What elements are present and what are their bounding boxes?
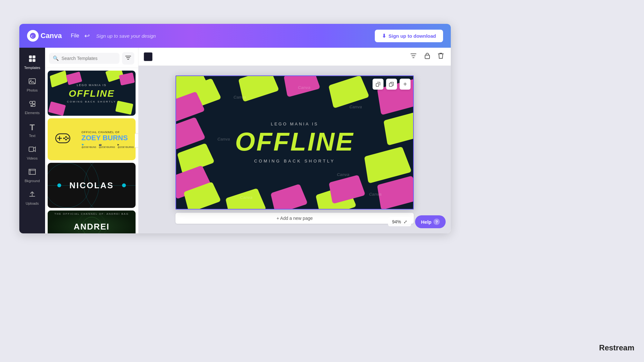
tpl2-name: ZOEY BURNS: [81, 134, 134, 142]
sidebar-item-photos[interactable]: Photos: [21, 74, 43, 95]
logo[interactable]: C Canva: [27, 30, 62, 42]
sidebar-item-templates[interactable]: Templates: [21, 52, 43, 73]
svg-point-15: [65, 136, 67, 138]
sidebar-elements-label: Elements: [25, 111, 40, 115]
sidebar-text-label: Text: [29, 134, 35, 138]
tpl4-name: ANDREI: [74, 222, 110, 232]
file-menu[interactable]: File: [71, 33, 79, 39]
tpl2-text-block: OFFICIAL CHANNEL OF ZOEY BURNS 🐦 @ZOEYBU…: [81, 131, 134, 148]
templates-icon: [28, 55, 36, 64]
sidebar-photos-label: Photos: [27, 88, 38, 92]
logo-text: Canva: [41, 32, 62, 40]
svg-rect-20: [376, 83, 379, 86]
add-button[interactable]: +: [400, 79, 411, 90]
sidebar-item-text[interactable]: T Text: [21, 119, 43, 141]
svg-rect-5: [33, 59, 35, 62]
header: C Canva File ↩ Sign up to save your desi…: [19, 24, 451, 48]
canvas-wrapper: +: [175, 75, 414, 210]
filter-toolbar-button[interactable]: [408, 51, 419, 63]
tpl1-title: OFFLINE: [67, 88, 116, 99]
canvas-toolbar-right: [408, 51, 446, 63]
canvas-lego-mania-text: LEGO MANIA IS: [235, 122, 354, 126]
svg-rect-3: [33, 55, 35, 58]
svg-rect-11: [29, 147, 33, 152]
tpl3-name: NICOLAS: [70, 181, 114, 191]
zoom-value: 94%: [392, 219, 401, 224]
svg-point-18: [65, 139, 67, 141]
sidebar-item-elements[interactable]: Elements: [21, 97, 43, 118]
tpl3-dot-right: [122, 183, 126, 187]
photos-icon: [28, 77, 36, 87]
canvas-viewport[interactable]: +: [138, 66, 451, 233]
svg-rect-9: [33, 101, 35, 104]
add-page-label: + Add a new page: [277, 216, 313, 221]
main-content: Templates Photos: [19, 48, 451, 233]
svg-point-8: [30, 101, 32, 104]
tpl1-small-text: LEGO MANIA IS: [67, 83, 116, 87]
tpl1-content: LEGO MANIA IS OFFLINE COMING BACK SHORTL…: [67, 83, 116, 103]
sidebar-item-background[interactable]: Bkground: [21, 165, 43, 186]
tpl2-socials: 🐦 @ZOEYBUNS 📸 @ZOEYBURNS ▶ @ZOEYBURNS: [81, 143, 134, 148]
tpl1-sub-text: COMING BACK SHORTLY: [67, 100, 116, 103]
svg-point-16: [67, 138, 69, 139]
canvas-area: +: [138, 48, 451, 233]
undo-button[interactable]: ↩: [84, 32, 90, 40]
sidebar-background-label: Bkground: [24, 179, 40, 183]
template-card-andrei[interactable]: THE OFFICIAL CHANNEL OF: ANDREI BAG ANDR…: [48, 210, 136, 233]
sidebar-uploads-label: Uploads: [26, 201, 39, 205]
search-input-wrap[interactable]: 🔍: [49, 53, 119, 64]
design-canvas[interactable]: Canva Canva Canva Canva Canva Canva Canv…: [175, 75, 414, 210]
bottom-bar: 94% ⤢ Help ?: [388, 215, 446, 228]
canvas-offline-text: OFFLINE: [235, 129, 354, 155]
download-icon: ⬇: [382, 33, 386, 39]
elements-icon: [28, 100, 36, 110]
help-label: Help: [421, 219, 431, 225]
add-page-strip[interactable]: + Add a new page: [175, 213, 414, 224]
color-swatch[interactable]: [144, 52, 153, 61]
header-right: ⬇ Sign up to download: [375, 30, 443, 42]
templates-search-bar: 🔍: [45, 48, 138, 68]
tpl2-official: OFFICIAL CHANNEL OF: [81, 131, 134, 134]
text-icon: T: [30, 122, 35, 132]
sidebar-item-uploads[interactable]: Uploads: [21, 187, 43, 209]
header-subtitle: Sign up to save your design: [96, 33, 156, 39]
template-card-zoey-burns[interactable]: OFFICIAL CHANNEL OF ZOEY BURNS 🐦 @ZOEYBU…: [48, 118, 136, 160]
canvas-toolbar: [138, 48, 451, 66]
svg-point-17: [63, 138, 65, 139]
restream-watermark: Restream: [599, 343, 634, 352]
uploads-icon: [28, 191, 36, 200]
copy-style-button[interactable]: [373, 79, 384, 90]
sign-up-label: Sign up to download: [389, 33, 436, 39]
videos-icon: [28, 145, 36, 155]
duplicate-button[interactable]: [386, 79, 397, 90]
templates-list: LEGO MANIA IS OFFLINE COMING BACK SHORTL…: [45, 68, 138, 233]
app-container: C Canva File ↩ Sign up to save your desi…: [19, 24, 451, 233]
search-input[interactable]: [62, 56, 116, 61]
lock-toolbar-button[interactable]: [422, 51, 432, 63]
svg-text:C: C: [31, 34, 34, 38]
sidebar-videos-label: Videos: [27, 156, 37, 160]
sign-up-button[interactable]: ⬇ Sign up to download: [375, 30, 443, 42]
svg-rect-19: [425, 55, 430, 59]
search-icon: 🔍: [53, 55, 59, 61]
sidebar: Templates Photos: [19, 48, 45, 233]
trash-toolbar-button[interactable]: [436, 51, 446, 63]
help-question-icon: ?: [433, 219, 440, 225]
filter-button[interactable]: [122, 52, 134, 64]
svg-rect-10: [33, 104, 35, 106]
background-icon: [28, 168, 36, 178]
canvas-coming-back-text: COMING BACK SHORTLY: [235, 159, 354, 163]
sidebar-item-videos[interactable]: Videos: [21, 142, 43, 163]
help-button[interactable]: Help ?: [415, 215, 446, 228]
template-card-nicolas[interactable]: NICOLAS: [48, 163, 136, 208]
tpl3-dot-left: [57, 183, 61, 187]
sidebar-templates-label: Templates: [24, 66, 40, 70]
template-card-lego-offline[interactable]: LEGO MANIA IS OFFLINE COMING BACK SHORTL…: [48, 71, 136, 116]
templates-panel: 🔍: [45, 48, 138, 233]
svg-rect-4: [29, 59, 32, 62]
zoom-indicator[interactable]: 94% ⤢: [388, 217, 411, 226]
canvas-action-buttons: +: [373, 79, 411, 90]
panel-collapse-handle[interactable]: ‹: [135, 133, 138, 148]
tpl2-gamepad-icon: [54, 129, 72, 150]
canvas-center-text: LEGO MANIA IS OFFLINE COMING BACK SHORTL…: [235, 122, 354, 163]
